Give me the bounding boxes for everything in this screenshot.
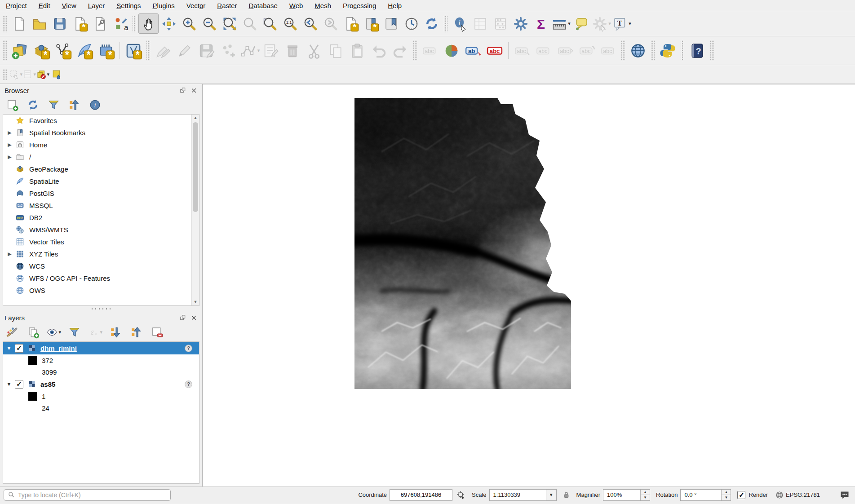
menu-processing[interactable]: Processing — [337, 1, 382, 10]
expander-right-icon[interactable]: ▶ — [4, 142, 15, 148]
lock-icon[interactable] — [562, 491, 571, 499]
menu-raster[interactable]: Raster — [211, 1, 243, 10]
crs-status[interactable]: EPSG:21781 — [786, 491, 820, 498]
scale-combo[interactable]: 1:1130339 ▼ — [489, 489, 557, 501]
highlight-pinned-labels-button[interactable]: ab — [462, 40, 484, 62]
browser-item-favorites[interactable]: Favorites — [3, 115, 199, 127]
zoom-to-layer-button[interactable] — [260, 13, 280, 34]
menu-plugins[interactable]: Plugins — [147, 1, 181, 10]
collapse-all-button[interactable] — [66, 97, 82, 112]
chevron-down-icon[interactable]: ▾ — [608, 21, 611, 27]
menu-web[interactable]: Web — [284, 1, 309, 10]
browser-item-ows[interactable]: OWS — [3, 284, 199, 296]
toolbar-grip[interactable] — [621, 40, 625, 61]
toolbar-grip[interactable] — [681, 40, 684, 61]
scrollbar-thumb[interactable] — [193, 122, 198, 212]
browser-item-vector-tiles[interactable]: Vector Tiles — [3, 236, 199, 248]
data-source-manager-button[interactable] — [9, 40, 31, 62]
open-project-button[interactable] — [29, 13, 49, 34]
magnifier-input[interactable] — [603, 490, 640, 500]
close-panel-icon[interactable] — [190, 87, 198, 94]
add-group-button[interactable] — [25, 324, 40, 340]
expander-down-icon[interactable]: ▼ — [3, 381, 15, 387]
menu-vector[interactable]: Vector — [181, 1, 212, 10]
chevron-down-icon[interactable]: ▾ — [58, 329, 61, 335]
add-selected-layers-button[interactable] — [4, 97, 20, 112]
expander-right-icon[interactable]: ▶ — [4, 154, 15, 160]
help-contents-button[interactable]: ? — [687, 40, 708, 62]
new-spatialite-layer-button[interactable]: * — [74, 40, 95, 62]
measure-line-button[interactable]: ▾ — [551, 13, 571, 34]
show-layout-manager-button[interactable] — [90, 13, 110, 34]
expander-right-icon[interactable]: ▶ — [4, 251, 15, 257]
browser-item-postgis[interactable]: PostGIS — [3, 187, 199, 199]
chevron-down-icon[interactable]: ▾ — [568, 21, 571, 27]
layer-visibility-checkbox[interactable]: ✓ — [15, 380, 23, 389]
new-map-view-button[interactable]: * — [341, 13, 361, 34]
remove-layer-button[interactable] — [149, 324, 164, 340]
toolbar-grip[interactable] — [133, 15, 136, 32]
text-annotation-button[interactable]: T▾ — [611, 13, 632, 34]
new-project-button[interactable] — [9, 13, 29, 34]
magnifier-spinbox[interactable]: ▲▼ — [603, 489, 650, 501]
layer-notes-badge[interactable]: ? — [184, 344, 193, 353]
browser-item-db2[interactable]: DB2DB2 — [3, 212, 199, 224]
rotation-spinbox[interactable]: ▲▼ — [680, 489, 731, 501]
zoom-last-button[interactable] — [300, 13, 320, 34]
python-console-button[interactable] — [657, 40, 678, 62]
float-panel-icon[interactable] — [179, 87, 187, 94]
browser-item-wms-wmts[interactable]: WMS/WMTS — [3, 224, 199, 236]
float-panel-icon[interactable] — [179, 314, 187, 322]
browser-item-wfs-ogc-api-features[interactable]: WFS / OGC API - Features — [3, 272, 199, 284]
locate-box[interactable] — [4, 489, 171, 501]
menu-settings[interactable]: Settings — [111, 1, 146, 10]
panel-splitter[interactable] — [0, 306, 202, 311]
browser-item-geopackage[interactable]: GeoPackage — [3, 163, 199, 175]
metasearch-button[interactable] — [627, 40, 649, 62]
show-unplaced-labels-button[interactable]: abc — [484, 40, 505, 62]
select-all-features-button[interactable] — [49, 68, 63, 81]
refresh-map-button[interactable] — [421, 13, 442, 34]
close-panel-icon[interactable] — [190, 314, 198, 322]
layer-row-as85[interactable]: ▼✓as85? — [3, 378, 199, 390]
chevron-down-icon[interactable]: ▾ — [100, 329, 102, 335]
toolbar-grip[interactable] — [413, 40, 417, 61]
layer-diagram-options-button[interactable] — [441, 40, 462, 62]
spin-down-icon[interactable]: ▼ — [722, 495, 731, 500]
scroll-down-icon[interactable]: ▼ — [192, 299, 199, 305]
browser-item-spatial-bookmarks[interactable]: ▶Spatial Bookmarks — [3, 127, 199, 139]
new-print-layout-button[interactable]: * — [70, 13, 90, 34]
zoom-native-button[interactable]: 1:1 — [280, 13, 300, 34]
toolbar-grip[interactable] — [146, 40, 150, 61]
layer-notes-badge[interactable]: ? — [184, 380, 193, 389]
pan-map-button[interactable] — [138, 13, 159, 34]
messages-icon[interactable] — [839, 490, 851, 500]
chevron-down-icon[interactable]: ▾ — [257, 48, 260, 53]
rotation-input[interactable] — [681, 490, 721, 500]
browser-item-spatialite[interactable]: SpatiaLite — [3, 175, 199, 187]
expander-down-icon[interactable]: ▼ — [3, 345, 15, 351]
zoom-full-button[interactable] — [219, 13, 239, 34]
toolbar-grip[interactable] — [3, 69, 7, 80]
map-canvas[interactable] — [202, 84, 855, 486]
menu-view[interactable]: View — [56, 1, 82, 10]
menu-mesh[interactable]: Mesh — [309, 1, 337, 10]
toolbar-grip[interactable] — [3, 40, 7, 61]
filter-browser-button[interactable] — [46, 97, 61, 112]
browser-item-home[interactable]: ▶Home — [3, 139, 199, 151]
menu-layer[interactable]: Layer — [82, 1, 111, 10]
menu-database[interactable]: Database — [243, 1, 284, 10]
scroll-up-icon[interactable]: ▲ — [192, 115, 199, 121]
menu-edit[interactable]: Edit — [33, 1, 56, 10]
browser-scrollbar[interactable]: ▲ ▼ — [191, 115, 199, 305]
browser-item-xyz-tiles[interactable]: ▶XYZ Tiles — [3, 248, 199, 260]
spin-down-icon[interactable]: ▼ — [641, 495, 650, 500]
locate-input[interactable] — [18, 491, 167, 499]
processing-toolbox-button[interactable] — [510, 13, 531, 34]
zoom-in-button[interactable] — [179, 13, 199, 34]
pan-to-selection-button[interactable] — [159, 13, 179, 34]
style-manager-button[interactable]: a — [110, 13, 130, 34]
manage-map-themes-button[interactable]: ▾ — [46, 324, 61, 340]
filter-legend-button[interactable] — [66, 324, 82, 340]
expand-all-button[interactable] — [108, 324, 123, 340]
